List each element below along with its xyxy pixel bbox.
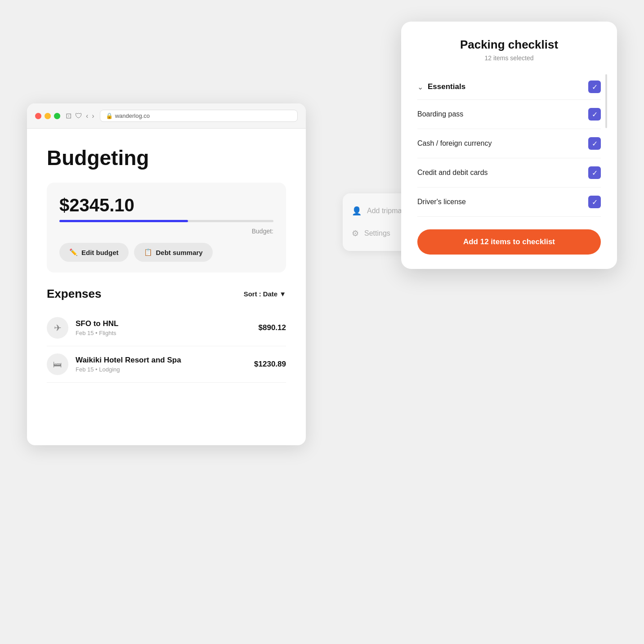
forward-icon[interactable]: › [92,112,94,120]
checkbox-cash[interactable]: ✓ [588,137,601,150]
expense-meta-hotel: Feb 15 • Lodging [76,366,247,373]
lock-icon: 🔒 [106,112,113,119]
scroll-bar[interactable] [605,74,607,128]
checkbox-boarding[interactable]: ✓ [588,108,601,121]
checklist-item-license: Driver's license ✓ [417,188,601,217]
expense-amount-flight: $890.12 [259,323,286,332]
settings-label: Settings [364,229,390,237]
budget-amount: $2345.10 [59,195,273,215]
shield-icon: 🛡 [75,112,82,120]
sort-label: Sort [244,290,257,298]
browser-window: ⊡ 🛡 ‹ › 🔒 wanderlog.co Budgeting $2345.1… [27,103,306,445]
browser-icons: ⊡ 🛡 ‹ › [66,112,94,120]
sort-control[interactable]: Sort : Date ▼ [244,290,286,298]
sidebar-toggle-icon[interactable]: ⊡ [66,112,72,120]
expense-meta-flight: Feb 15 • Flights [76,330,251,336]
chevron-down-icon: ⌄ [417,83,423,91]
expense-info-flight: SFO to HNL Feb 15 • Flights [76,319,251,336]
checklist-item-cards: Credit and debit cards ✓ [417,158,601,188]
checklist-item-cash: Cash / foreign currency ✓ [417,129,601,158]
traffic-light-red[interactable] [35,113,41,119]
expense-item-hotel: 🛏 Waikiki Hotel Resort and Spa Feb 15 • … [47,346,286,383]
gear-icon: ⚙ [352,228,359,238]
budget-actions: ✏️ Edit budget 📋 Debt summary [59,243,273,262]
url-text: wanderlog.co [115,112,150,119]
expense-info-hotel: Waikiki Hotel Resort and Spa Feb 15 • Lo… [76,356,247,373]
traffic-lights [35,113,60,119]
section-header-left: ⌄ Essentials [417,82,465,91]
budget-bar-container [59,220,273,222]
expenses-header: Expenses Sort : Date ▼ [47,287,286,301]
essentials-section-header[interactable]: ⌄ Essentials ✓ [417,74,601,100]
address-bar[interactable]: 🔒 wanderlog.co [100,110,298,122]
expense-icon-flight: ✈ [47,317,68,339]
checklist-panel: Packing checklist 12 items selected ⌄ Es… [401,22,617,269]
checklist-scroll-area: ⌄ Essentials ✓ Boarding pass ✓ Cash / fo… [417,74,601,217]
item-label-boarding: Boarding pass [417,110,463,118]
traffic-light-yellow[interactable] [45,113,51,119]
item-label-license: Driver's license [417,198,466,206]
edit-budget-button[interactable]: ✏️ Edit budget [59,243,129,262]
checkbox-cards[interactable]: ✓ [588,166,601,179]
back-icon[interactable]: ‹ [86,112,88,120]
pencil-icon: ✏️ [69,248,78,256]
add-to-checklist-button[interactable]: Add 12 items to checklist [417,229,601,255]
sort-value: Date [263,290,278,298]
expense-name-hotel: Waikiki Hotel Resort and Spa [76,356,247,365]
checklist-item-boarding: Boarding pass ✓ [417,100,601,129]
budget-bar-fill [59,220,188,222]
browser-content: Budgeting $2345.10 Budget: ✏️ Edit budge… [27,129,306,396]
expense-icon-hotel: 🛏 [47,353,68,375]
expenses-title: Expenses [47,287,101,301]
expense-name-flight: SFO to HNL [76,319,251,328]
budget-label: Budget: [59,228,273,235]
checkbox-license[interactable]: ✓ [588,196,601,208]
page-title: Budgeting [47,146,286,170]
browser-toolbar: ⊡ 🛡 ‹ › 🔒 wanderlog.co [27,103,306,129]
section-label: Essentials [428,82,465,91]
list-icon: 📋 [144,248,152,256]
section-checkbox[interactable]: ✓ [588,80,601,93]
checklist-subtitle: 12 items selected [417,54,601,62]
checklist-title: Packing checklist [417,38,601,52]
item-label-cash: Cash / foreign currency [417,139,492,148]
person-icon: 👤 [352,206,362,216]
expense-item-flight: ✈ SFO to HNL Feb 15 • Flights $890.12 [47,310,286,346]
budget-card: $2345.10 Budget: ✏️ Edit budget 📋 Debt s… [47,183,286,273]
expense-amount-hotel: $1230.89 [254,360,286,369]
chevron-down-icon: ▼ [279,290,286,298]
traffic-light-green[interactable] [54,113,60,119]
debt-summary-button[interactable]: 📋 Debt summary [134,243,213,262]
item-label-cards: Credit and debit cards [417,169,488,177]
